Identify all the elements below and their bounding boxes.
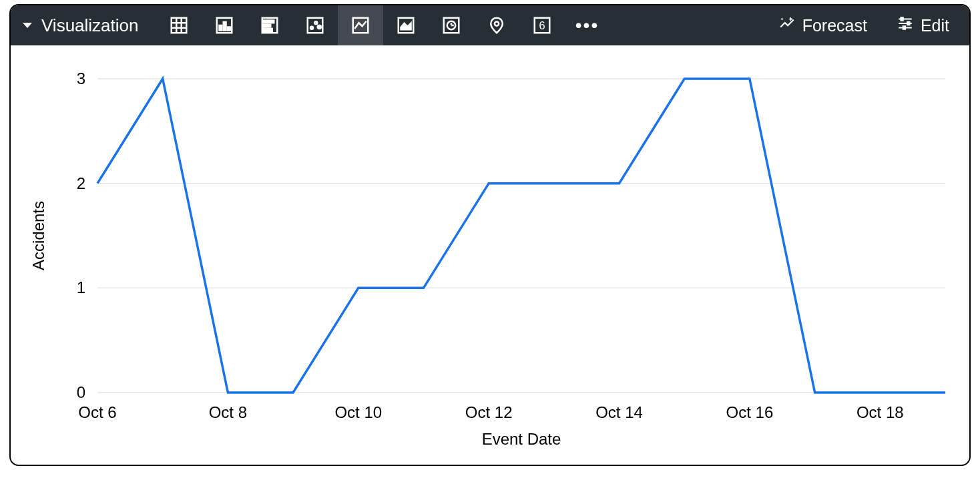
svg-rect-11: [264, 25, 270, 27]
svg-rect-7: [223, 22, 226, 31]
svg-point-15: [314, 21, 317, 24]
svg-rect-8: [228, 27, 230, 31]
forecast-button[interactable]: Forecast: [764, 5, 882, 45]
forecast-label: Forecast: [802, 16, 867, 35]
svg-point-16: [317, 25, 320, 29]
svg-text:Oct 8: Oct 8: [209, 403, 247, 421]
line-chart-icon[interactable]: [338, 5, 383, 45]
line-chart[interactable]: 0123Oct 6Oct 8Oct 10Oct 12Oct 14Oct 16Oc…: [11, 45, 971, 466]
svg-text:Oct 14: Oct 14: [595, 403, 643, 421]
table-icon[interactable]: [156, 5, 202, 45]
svg-text:1: 1: [77, 278, 85, 296]
svg-point-23: [494, 21, 498, 25]
chart-type-icons: 6•••: [156, 5, 610, 45]
single-value-icon[interactable]: 6: [519, 5, 565, 45]
sliders-icon: [897, 15, 914, 36]
svg-text:2: 2: [77, 174, 85, 192]
more-icon[interactable]: •••: [565, 5, 610, 45]
timechart-icon[interactable]: [429, 5, 474, 45]
svg-text:Oct 18: Oct 18: [856, 403, 904, 421]
toolbar-title: Visualization: [41, 15, 139, 36]
svg-text:Oct 6: Oct 6: [78, 403, 116, 421]
svg-text:0: 0: [77, 383, 85, 401]
x-axis-label: Event Date: [482, 430, 561, 448]
forecast-icon: [778, 15, 796, 36]
svg-point-14: [310, 27, 313, 29]
series-line[interactable]: [97, 79, 945, 393]
y-axis-label: Accidents: [29, 201, 47, 270]
svg-rect-6: [219, 25, 222, 31]
scatter-chart-icon[interactable]: [292, 5, 338, 45]
edit-button[interactable]: Edit: [882, 5, 964, 45]
svg-text:3: 3: [77, 69, 85, 87]
svg-rect-30: [907, 22, 909, 25]
visualization-panel: Visualization 6••• Forecast: [9, 4, 971, 466]
bar-chart-icon[interactable]: [247, 5, 292, 45]
edit-label: Edit: [921, 16, 949, 35]
area-chart-icon[interactable]: [383, 5, 429, 45]
svg-rect-12: [264, 29, 272, 31]
chart-area: 0123Oct 6Oct 8Oct 10Oct 12Oct 14Oct 16Oc…: [11, 45, 971, 466]
visualization-dropdown[interactable]: Visualization: [11, 5, 156, 45]
column-chart-icon[interactable]: [202, 5, 247, 45]
map-icon[interactable]: [474, 5, 519, 45]
svg-rect-29: [901, 17, 903, 20]
svg-rect-10: [264, 21, 274, 23]
caret-down-icon: [23, 23, 32, 28]
svg-text:Oct 16: Oct 16: [726, 403, 774, 421]
visualization-toolbar: Visualization 6••• Forecast: [11, 5, 969, 45]
svg-text:Oct 12: Oct 12: [465, 403, 513, 421]
svg-text:6: 6: [539, 19, 545, 31]
svg-text:Oct 10: Oct 10: [334, 403, 382, 421]
svg-rect-0: [171, 18, 186, 33]
svg-rect-31: [903, 26, 905, 29]
